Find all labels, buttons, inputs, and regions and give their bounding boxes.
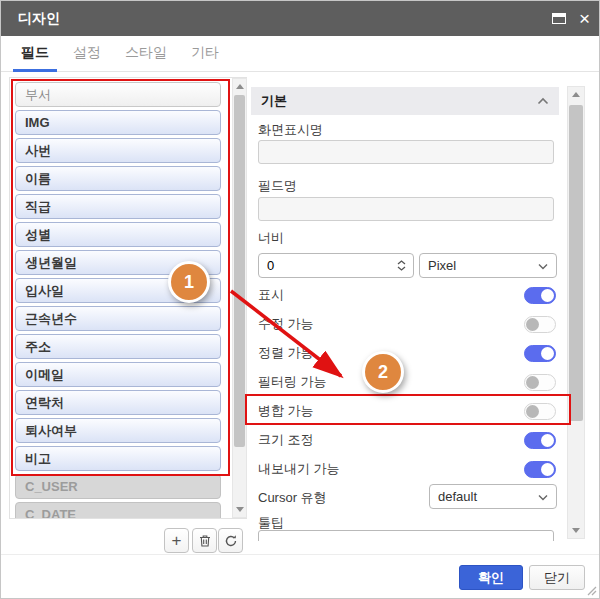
field-item[interactable]: 입사일 <box>15 278 221 303</box>
toggle-row-editable: 수정 가능 <box>258 315 556 333</box>
field-item[interactable]: C_DATE <box>15 502 221 519</box>
tab-fields[interactable]: 필드 <box>13 36 57 72</box>
restore-window-icon[interactable] <box>552 13 566 24</box>
spinner-up-icon[interactable] <box>397 260 406 265</box>
sortable-toggle-label: 정렬 가능 <box>258 344 314 362</box>
chevron-down-icon <box>538 494 548 501</box>
properties-panel: 기본 화면표시명 필드명 너비 Pixel 표시 수정 가능 <box>251 85 559 541</box>
toggle-row-mergeable: 병합 가능 <box>258 402 556 420</box>
exportable-toggle[interactable] <box>524 461 556 478</box>
resizable-toggle[interactable] <box>524 432 556 449</box>
editable-toggle[interactable] <box>524 316 556 333</box>
trash-icon <box>198 534 212 548</box>
width-input[interactable] <box>259 258 379 273</box>
field-item[interactable]: 성별 <box>15 222 221 247</box>
field-item[interactable]: C_USER <box>15 474 221 499</box>
field-item[interactable]: 비고 <box>15 446 221 471</box>
toggle-row-filterable: 필터링 가능 <box>258 373 556 391</box>
sortable-toggle[interactable] <box>524 345 556 362</box>
footer-divider <box>1 554 599 555</box>
field-list: 부서 IMG 사번 이름 직급 성별 생년월일 입사일 근속년수 주소 이메일 … <box>9 77 247 519</box>
filterable-toggle-label: 필터링 가능 <box>258 373 327 391</box>
cursor-type-label: Cursor 유형 <box>258 489 327 507</box>
toggle-row-exportable: 내보내기 가능 <box>258 460 556 478</box>
collapse-icon[interactable] <box>537 97 549 105</box>
filterable-toggle[interactable] <box>524 374 556 391</box>
tab-etc[interactable]: 기타 <box>183 36 227 72</box>
plus-icon: + <box>172 531 182 551</box>
design-dialog: 디자인 × 필드 설정 스타일 기타 부서 IMG 사번 이름 직급 성별 생년… <box>0 0 600 599</box>
field-item[interactable]: 퇴사여부 <box>15 418 221 443</box>
field-item[interactable]: 부서 <box>15 82 221 107</box>
exportable-toggle-label: 내보내기 가능 <box>258 460 340 478</box>
panel-scrollbar[interactable] <box>567 86 585 539</box>
scroll-up-icon[interactable] <box>236 84 244 89</box>
mergeable-toggle[interactable] <box>524 403 556 420</box>
close-button[interactable]: 닫기 <box>529 565 585 590</box>
field-list-scrollbar[interactable] <box>232 78 247 518</box>
field-item[interactable]: IMG <box>15 110 221 135</box>
cursor-type-value: default <box>438 489 477 504</box>
field-item[interactable]: 이름 <box>15 166 221 191</box>
scroll-up-icon[interactable] <box>572 92 580 97</box>
close-icon[interactable]: × <box>576 9 593 28</box>
toggle-row-resizable: 크기 조정 <box>258 431 556 449</box>
tab-settings[interactable]: 설정 <box>65 36 109 72</box>
tab-bar: 필드 설정 스타일 기타 <box>1 36 599 72</box>
toggle-row-sortable: 정렬 가능 <box>258 344 556 362</box>
resizable-toggle-label: 크기 조정 <box>258 431 314 449</box>
section-title: 기본 <box>261 92 287 110</box>
refresh-fields-button[interactable] <box>218 528 243 553</box>
field-item[interactable]: 연락처 <box>15 390 221 415</box>
window-title: 디자인 <box>1 10 60 28</box>
field-item[interactable]: 근속년수 <box>15 306 221 331</box>
display-name-input[interactable] <box>258 140 554 164</box>
scroll-thumb[interactable] <box>234 95 245 447</box>
display-toggle[interactable] <box>524 287 556 304</box>
width-stepper[interactable] <box>258 253 414 278</box>
field-item[interactable]: 이메일 <box>15 362 221 387</box>
field-item[interactable]: 생년월일 <box>15 250 221 275</box>
ok-button[interactable]: 확인 <box>459 565 523 590</box>
field-item[interactable]: 사번 <box>15 138 221 163</box>
field-name-label: 필드명 <box>258 177 297 195</box>
toggle-row-display: 표시 <box>258 286 556 304</box>
tooltip-input[interactable] <box>258 530 554 541</box>
spinner-down-icon[interactable] <box>397 266 406 271</box>
scroll-down-icon[interactable] <box>236 507 244 512</box>
scroll-thumb[interactable] <box>569 105 583 421</box>
field-name-input[interactable] <box>258 197 554 221</box>
add-field-button[interactable]: + <box>164 528 189 553</box>
title-bar: 디자인 × <box>1 1 599 36</box>
tab-style[interactable]: 스타일 <box>117 36 175 72</box>
width-unit-select[interactable]: Pixel <box>419 253 557 278</box>
display-name-label: 화면표시명 <box>258 121 323 139</box>
cursor-type-select[interactable]: default <box>429 484 557 509</box>
scroll-down-icon[interactable] <box>572 528 580 533</box>
width-unit-value: Pixel <box>428 258 456 273</box>
refresh-icon <box>224 534 238 548</box>
mergeable-toggle-label: 병합 가능 <box>258 402 314 420</box>
display-toggle-label: 표시 <box>258 286 284 304</box>
section-header-basic[interactable]: 기본 <box>251 87 559 115</box>
resize-grip[interactable] <box>587 586 597 596</box>
width-label: 너비 <box>258 229 284 247</box>
delete-field-button[interactable] <box>192 528 217 553</box>
editable-toggle-label: 수정 가능 <box>258 315 314 333</box>
field-item[interactable]: 직급 <box>15 194 221 219</box>
chevron-down-icon <box>538 263 548 270</box>
field-item[interactable]: 주소 <box>15 334 221 359</box>
